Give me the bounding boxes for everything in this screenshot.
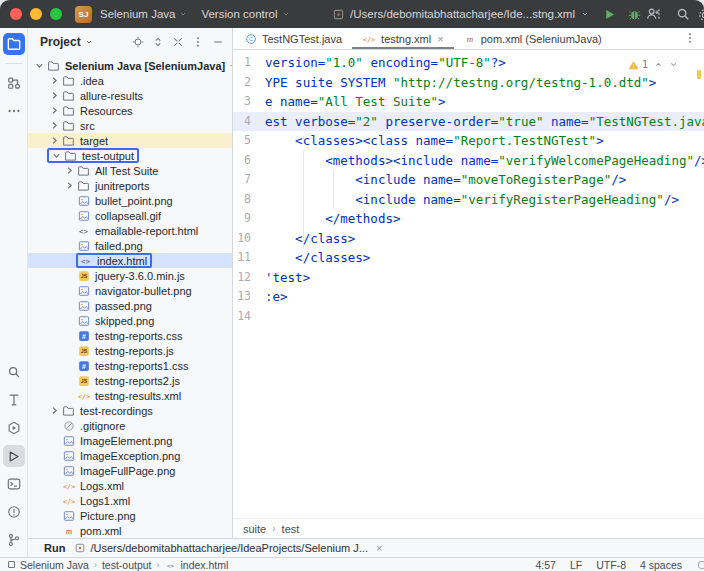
run-config-path[interactable]: /Users/debomitabhattacharjee/Ide...stng.…	[350, 8, 575, 20]
tree-item-testng-reports2.js[interactable]: JStestng-reports2.js	[28, 373, 232, 388]
terminal-tool-button[interactable]	[3, 473, 25, 495]
code-line-3[interactable]: 3e name="All Test Suite">	[233, 92, 704, 112]
warning-stripe-mark[interactable]	[697, 70, 701, 79]
status-crumb-file[interactable]: index.html	[181, 559, 229, 571]
zoom-window-button[interactable]	[50, 8, 62, 20]
code-line-13[interactable]: 13:e>	[233, 287, 704, 307]
code-editor[interactable]: 1 1version="1.0" encoding="UTF-8"?>2YPE …	[233, 50, 704, 518]
breadcrumb-test[interactable]: test	[282, 523, 300, 535]
chevron-right-icon[interactable]	[47, 74, 61, 88]
tree-item-resources[interactable]: Resources	[28, 103, 232, 118]
line-number[interactable]: 11	[233, 248, 259, 268]
tree-item-testng-reports.css[interactable]: #testng-reports.css	[28, 328, 232, 343]
run-tab[interactable]: /Users/debomitabhattacharjee/IdeaProject…	[75, 542, 382, 554]
line-number[interactable]: 13	[233, 287, 259, 307]
line-separator[interactable]: LF	[570, 559, 582, 571]
close-tab-icon[interactable]: ×	[437, 33, 443, 45]
line-number[interactable]: 3	[233, 92, 259, 112]
tree-item-emailable-report.html[interactable]: <>emailable-report.html	[28, 223, 232, 238]
project-menu[interactable]: Selenium Java	[100, 8, 187, 20]
tree-item-imageexception.png[interactable]: ImageException.png	[28, 448, 232, 463]
indent-setting[interactable]: 4 spaces	[640, 559, 682, 571]
vcs-menu[interactable]: Version control	[201, 8, 289, 20]
tree-item-failed.png[interactable]: failed.png	[28, 238, 232, 253]
line-number[interactable]: 10	[233, 229, 259, 249]
tree-item-navigator-bullet.png[interactable]: navigator-bullet.png	[28, 283, 232, 298]
tree-item-testng-reports.js[interactable]: JStestng-reports.js	[28, 343, 232, 358]
tree-item-test-recordings[interactable]: test-recordings	[28, 403, 232, 418]
project-tool-button[interactable]	[3, 33, 25, 55]
close-icon[interactable]: ×	[376, 542, 382, 554]
breadcrumb-suite[interactable]: suite	[243, 523, 266, 535]
chevron-down-icon[interactable]	[32, 59, 46, 73]
tree-item-collapseall.gif[interactable]: collapseall.gif	[28, 208, 232, 223]
collapse-all-icon[interactable]	[172, 36, 184, 48]
hide-panel-icon[interactable]	[212, 36, 224, 48]
panel-options-icon[interactable]	[192, 36, 204, 48]
problems-tool-button[interactable]	[3, 501, 25, 523]
line-number[interactable]: 1	[233, 53, 259, 73]
readonly-icon[interactable]	[696, 559, 704, 571]
tree-item-jquery-3.6.0.min.js[interactable]: JSjquery-3.6.0.min.js	[28, 268, 232, 283]
tree-item-testng-reports1.css[interactable]: #testng-reports1.css	[28, 358, 232, 373]
structure-tool-button[interactable]	[3, 72, 25, 94]
services-tool-button[interactable]	[3, 417, 25, 439]
tree-item-allure-results[interactable]: allure-results	[28, 88, 232, 103]
tree-item-junitreports[interactable]: junitreports	[28, 178, 232, 193]
editor-tab-testngtest.java[interactable]: CTestNGTest.java	[235, 28, 352, 49]
line-number[interactable]: 5	[233, 131, 259, 151]
close-window-button[interactable]	[10, 8, 22, 20]
more-tool-windows-button[interactable]	[3, 100, 25, 122]
tree-item-logs1.xml[interactable]: </>Logs1.xml	[28, 493, 232, 508]
code-line-4[interactable]: 4est verbose="2" preserve-order="true" n…	[233, 112, 704, 132]
chevron-right-icon[interactable]	[62, 164, 76, 178]
editor-tab-pom.xml[interactable]: mpom.xml (SeleniumJava)	[454, 28, 612, 49]
tree-item-.idea[interactable]: .idea	[28, 73, 232, 88]
settings-icon[interactable]	[698, 8, 704, 22]
tree-item-skipped.png[interactable]: skipped.png	[28, 313, 232, 328]
chevron-right-icon[interactable]	[47, 89, 61, 103]
status-crumb-project[interactable]: Selenium Java	[20, 559, 89, 571]
debug-button[interactable]	[628, 8, 641, 21]
code-line-2[interactable]: 2YPE suite SYSTEM "http://testng.org/tes…	[233, 73, 704, 93]
git-tool-button[interactable]	[3, 529, 25, 551]
prev-problem-icon[interactable]	[654, 60, 663, 69]
inspection-widget[interactable]: 1	[628, 55, 678, 75]
expand-selection-icon[interactable]	[152, 36, 164, 48]
tree-item-.gitignore[interactable]: .gitignore	[28, 418, 232, 433]
line-number[interactable]: 9	[233, 209, 259, 229]
tree-item-testng-results.xml[interactable]: </>testng-results.xml	[28, 388, 232, 403]
run-tool-button[interactable]	[3, 445, 25, 467]
tree-item-picture.png[interactable]: Picture.png	[28, 508, 232, 523]
chevron-right-icon[interactable]	[47, 404, 61, 418]
tree-item-bullet-point.png[interactable]: bullet_point.png	[28, 193, 232, 208]
chevron-down-icon[interactable]	[85, 38, 93, 46]
line-number[interactable]: 4	[233, 112, 259, 132]
chevron-down-icon[interactable]	[581, 10, 589, 18]
tab-options-icon[interactable]	[684, 31, 696, 45]
line-number[interactable]: 8	[233, 190, 259, 210]
line-number[interactable]: 14	[233, 307, 259, 327]
project-panel-title[interactable]: Project	[40, 35, 81, 49]
tree-item-test-output[interactable]: test-output	[28, 148, 232, 163]
line-number[interactable]: 6	[233, 151, 259, 171]
chevron-right-icon[interactable]	[47, 104, 61, 118]
tree-item-selenium-java-seleniumjava-[interactable]: Selenium Java [SeleniumJava]~/IdeaProjec	[28, 58, 232, 73]
chevron-right-icon[interactable]	[47, 119, 61, 133]
next-problem-icon[interactable]	[669, 60, 678, 69]
tree-item-imageelement.png[interactable]: ImageElement.png	[28, 433, 232, 448]
editor-tab-testng.xml[interactable]: </>testng.xml×	[352, 28, 454, 49]
code-line-14[interactable]: 14	[233, 307, 704, 327]
minimize-window-button[interactable]	[30, 8, 42, 20]
tree-item-index.html[interactable]: <>index.html	[28, 253, 232, 268]
file-encoding[interactable]: UTF-8	[596, 559, 626, 571]
tree-item-src[interactable]: src	[28, 118, 232, 133]
search-everywhere-icon[interactable]	[676, 7, 690, 21]
line-number[interactable]: 7	[233, 170, 259, 190]
code-line-5[interactable]: 5 <classes><class name="Report.TestNGTes…	[233, 131, 704, 151]
tree-item-pom.xml[interactable]: mpom.xml	[28, 523, 232, 538]
run-toolwindow-label[interactable]: Run	[44, 542, 65, 554]
tree-item-passed.png[interactable]: passed.png	[28, 298, 232, 313]
code-line-12[interactable]: 12'test>	[233, 268, 704, 288]
chevron-down-icon[interactable]	[49, 149, 63, 163]
